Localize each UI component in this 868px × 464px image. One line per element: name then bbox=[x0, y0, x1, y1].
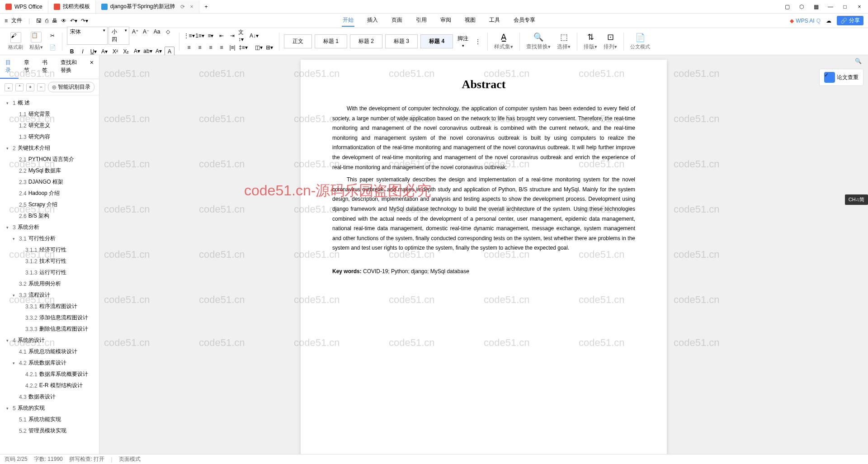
annotation-button[interactable]: 脚注▾ bbox=[456, 35, 470, 48]
toc-item[interactable]: 3.1.3 运行可行性 bbox=[0, 267, 99, 278]
toc-item[interactable]: ▾5 系统的实现 bbox=[0, 402, 99, 414]
toc-item[interactable]: ▾3 系统分析 bbox=[0, 222, 99, 233]
sidebar-tab-chapter[interactable]: 章节 bbox=[19, 55, 37, 79]
clear-format-icon[interactable]: ◇ bbox=[163, 27, 173, 37]
toc-item[interactable]: ▾4.2 系统数据库设计 bbox=[0, 357, 99, 369]
menu-member[interactable]: 会员专享 bbox=[513, 14, 536, 27]
close-tab-icon[interactable]: × bbox=[190, 4, 193, 10]
toc-item[interactable]: 1.3 研究内容 bbox=[0, 131, 99, 142]
wps-ai-button[interactable]: ◆WPS AIQ bbox=[790, 18, 821, 24]
paper-check-button[interactable]: ✓论文查重 bbox=[819, 69, 863, 86]
undo-icon[interactable]: ↶▾ bbox=[70, 18, 77, 24]
menu-tools[interactable]: 工具 bbox=[488, 14, 501, 27]
font-name-select[interactable]: 宋体 bbox=[67, 27, 108, 45]
toc-item[interactable]: 1.2 研究意义 bbox=[0, 120, 99, 131]
sidebar-tab-toc[interactable]: 目录 bbox=[0, 55, 19, 79]
toc-item[interactable]: 3.1.1 经济可行性 bbox=[0, 244, 99, 256]
preview-icon[interactable]: 👁 bbox=[61, 18, 66, 24]
text-direction-icon[interactable]: 文↕▾ bbox=[238, 31, 248, 41]
toc-item[interactable]: ▾1 概 述 bbox=[0, 97, 99, 109]
toc-up-icon[interactable]: ˄ bbox=[15, 83, 24, 91]
paste-group[interactable]: 📋粘贴▾ bbox=[28, 32, 45, 51]
maximize-icon[interactable]: □ bbox=[841, 3, 849, 11]
style-h2[interactable]: 标题 2 bbox=[350, 34, 382, 48]
numbering-icon[interactable]: 1≡▾ bbox=[195, 31, 205, 41]
outdent-icon[interactable]: ⇤ bbox=[217, 31, 226, 41]
menu-page[interactable]: 页面 bbox=[391, 14, 403, 27]
status-words[interactable]: 字数: 11990 bbox=[34, 455, 63, 463]
toc-collapse-icon[interactable]: ⌄ bbox=[5, 83, 13, 91]
toc-item[interactable]: 2.4 Hadoop 介绍 bbox=[0, 188, 99, 199]
toc-item[interactable]: 5.1 系统功能实现 bbox=[0, 414, 99, 425]
window-icon-3[interactable]: ▦ bbox=[812, 3, 820, 11]
style-h1[interactable]: 标题 1 bbox=[315, 34, 347, 48]
grow-font-icon[interactable]: A⁺ bbox=[130, 27, 140, 37]
toc-item[interactable]: 2.3 DJANGO 框架 bbox=[0, 176, 99, 188]
align-justify-icon[interactable]: ≡ bbox=[217, 43, 226, 52]
toc-item[interactable]: ▾3.1 可行性分析 bbox=[0, 233, 99, 244]
toc-item[interactable]: 2.6 B/S 架构 bbox=[0, 210, 99, 222]
sort-icon[interactable]: A↓▾ bbox=[249, 31, 259, 41]
share-button[interactable]: 🔗分享 bbox=[837, 16, 863, 25]
status-mode[interactable]: 页面模式 bbox=[119, 455, 141, 463]
toc-item[interactable]: 3.1.2 技术可行性 bbox=[0, 256, 99, 267]
toc-item[interactable]: ▾3.3 流程设计 bbox=[0, 289, 99, 301]
font-size-select[interactable]: 小四 bbox=[108, 27, 129, 45]
window-icon-2[interactable]: ⬡ bbox=[797, 3, 806, 11]
toc-item[interactable]: 2.5 Scrapy 介绍 bbox=[0, 199, 99, 210]
multilevel-icon[interactable]: ≡▾ bbox=[206, 31, 216, 41]
toc-item[interactable]: 4.2.1 数据库系统概要设计 bbox=[0, 369, 99, 380]
refresh-icon[interactable]: ⟳ bbox=[180, 4, 185, 10]
print-preview-icon[interactable]: 🖶 bbox=[52, 18, 57, 24]
window-icon-1[interactable]: ▢ bbox=[783, 3, 791, 11]
bullets-icon[interactable]: ⋮≡▾ bbox=[184, 31, 194, 41]
menu-insert[interactable]: 插入 bbox=[366, 14, 379, 27]
distribute-icon[interactable]: |≡| bbox=[227, 43, 237, 52]
toc-item[interactable]: ▾4 系统的设计 bbox=[0, 335, 99, 346]
select-button[interactable]: ⬚选择▾ bbox=[555, 32, 572, 51]
find-replace-button[interactable]: 🔍查找替换▾ bbox=[524, 32, 552, 51]
smart-toc-button[interactable]: ◎智能识别目录 bbox=[48, 82, 94, 92]
gov-mode-button[interactable]: 📄公文模式 bbox=[628, 33, 652, 50]
print-icon[interactable]: ⎙ bbox=[45, 18, 48, 24]
minimize-icon[interactable]: — bbox=[826, 3, 835, 11]
toc-item[interactable]: 4.2.2 E-R 模型结构设计 bbox=[0, 380, 99, 391]
status-proof[interactable]: 拼写检查: 打开 bbox=[69, 455, 105, 463]
right-tool-search[interactable]: 🔍 bbox=[855, 58, 862, 64]
change-case-icon[interactable]: Aa bbox=[152, 27, 162, 37]
toc-item[interactable]: 3.2 系统用例分析 bbox=[0, 278, 99, 289]
align-center-icon[interactable]: ≡ bbox=[195, 43, 205, 52]
menu-start[interactable]: 开始 bbox=[342, 14, 354, 27]
toc-item[interactable]: 4.3 数据表设计 bbox=[0, 391, 99, 402]
toc-add-icon[interactable]: + bbox=[26, 83, 34, 91]
sort-button[interactable]: ⇅排版▾ bbox=[582, 32, 599, 51]
shrink-font-icon[interactable]: A⁻ bbox=[141, 27, 151, 37]
tab-document[interactable]: django基于Spring的新冠肺⟳× bbox=[96, 0, 199, 13]
toc-item[interactable]: 5.2 管理员模块实现 bbox=[0, 425, 99, 436]
tab-templates[interactable]: 找稻壳模板 bbox=[48, 0, 96, 13]
borders-icon[interactable]: ⊞▾ bbox=[264, 43, 274, 52]
menu-view[interactable]: 视图 bbox=[464, 14, 476, 27]
sidebar-tab-bookmark[interactable]: 书签 bbox=[37, 55, 55, 79]
file-menu[interactable]: 文件 bbox=[11, 17, 22, 24]
toc-remove-icon[interactable]: − bbox=[37, 83, 45, 91]
toc-item[interactable]: 3.3.2 添加信息流程图设计 bbox=[0, 312, 99, 323]
format-brush-group[interactable]: 🖌格式刷 bbox=[6, 32, 25, 51]
align-left-icon[interactable]: ≡ bbox=[184, 43, 194, 52]
style-body[interactable]: 正文 bbox=[284, 34, 312, 48]
tab-wps-office[interactable]: WPS Office bbox=[0, 0, 48, 13]
sidebar-close-icon[interactable]: × bbox=[85, 55, 99, 79]
sidebar-tab-find[interactable]: 查找和替换 bbox=[55, 55, 85, 79]
toc-item[interactable]: 4.1 系统总功能模块设计 bbox=[0, 346, 99, 357]
new-tab-button[interactable]: + bbox=[199, 0, 213, 13]
cut-icon[interactable]: ✂ bbox=[47, 31, 57, 41]
toc-item[interactable]: 2.1 PYTHON 语言简介 bbox=[0, 154, 99, 165]
save-icon[interactable]: 🖫 bbox=[36, 18, 42, 24]
style-h3[interactable]: 标题 3 bbox=[385, 34, 418, 48]
shading-icon[interactable]: ◫▾ bbox=[254, 43, 264, 52]
toc-item[interactable]: 3.3.1 程序流程图设计 bbox=[0, 301, 99, 312]
style-more-icon[interactable]: ⋮ bbox=[473, 37, 483, 47]
menu-icon[interactable]: ≡ bbox=[5, 18, 8, 24]
align-button[interactable]: ⊡排列▾ bbox=[602, 32, 619, 51]
align-right-icon[interactable]: ≡ bbox=[206, 43, 216, 52]
